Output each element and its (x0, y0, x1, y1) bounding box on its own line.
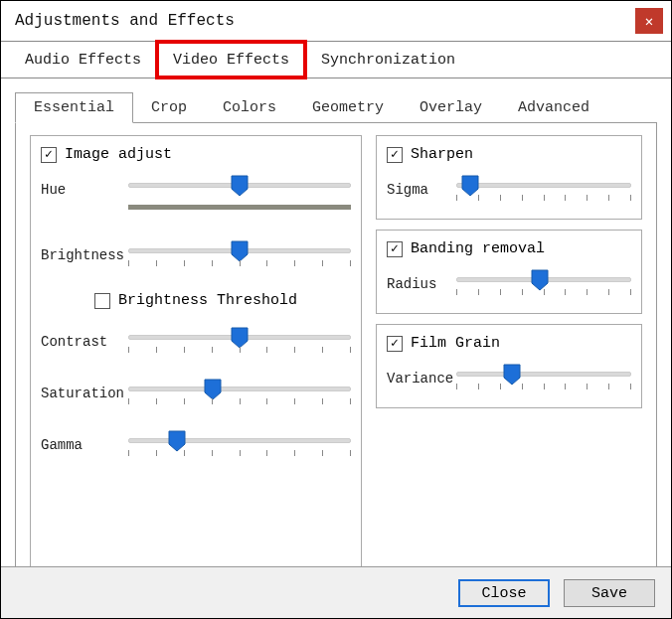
essential-panel: Image adjust Hue Brightness (15, 122, 657, 591)
sharpen-header: Sharpen (387, 146, 631, 163)
banding-group: Banding removal Radius (376, 230, 642, 314)
brightness-threshold-label: Brightness Threshold (118, 292, 297, 309)
sigma-row: Sigma (387, 175, 631, 201)
sub-tab-essential[interactable]: Essential (15, 92, 133, 123)
close-icon: ✕ (645, 13, 653, 30)
gamma-slider-thumb[interactable] (168, 430, 186, 452)
contrast-label: Contrast (41, 330, 128, 350)
contrast-slider[interactable] (128, 327, 351, 353)
gamma-label: Gamma (41, 433, 128, 453)
image-adjust-label: Image adjust (65, 146, 172, 163)
brightness-threshold-row: Brightness Threshold (41, 292, 351, 309)
close-button[interactable]: Close (458, 579, 550, 607)
sub-tab-overlay[interactable]: Overlay (402, 93, 500, 122)
sigma-slider-thumb[interactable] (461, 175, 479, 197)
hue-slider[interactable] (128, 175, 351, 201)
save-button[interactable]: Save (564, 579, 655, 607)
window-title: Adjustments and Effects (15, 12, 235, 30)
saturation-row: Saturation (41, 379, 351, 404)
banding-header: Banding removal (387, 240, 631, 257)
radius-row: Radius (387, 269, 631, 295)
brightness-slider[interactable] (128, 240, 351, 266)
hue-secondary-track (128, 205, 351, 210)
image-adjust-checkbox[interactable] (41, 147, 57, 163)
grain-header: Film Grain (387, 335, 631, 352)
main-tabbar: Audio Effects Video Effects Synchronizat… (1, 41, 671, 78)
saturation-slider[interactable] (128, 379, 351, 404)
titlebar: Adjustments and Effects ✕ (1, 1, 671, 41)
grain-group: Film Grain Variance (376, 324, 642, 408)
variance-label: Variance (387, 367, 456, 387)
gamma-row: Gamma (41, 430, 351, 456)
sigma-slider[interactable] (456, 175, 631, 201)
footer: Close Save (1, 566, 671, 618)
sharpen-group: Sharpen Sigma (376, 135, 642, 220)
gamma-slider[interactable] (128, 430, 351, 456)
brightness-threshold-checkbox[interactable] (94, 293, 110, 309)
sharpen-checkbox[interactable] (387, 147, 403, 163)
saturation-slider-thumb[interactable] (204, 379, 222, 400)
hue-slider-thumb[interactable] (231, 175, 249, 197)
sigma-label: Sigma (387, 178, 456, 198)
image-adjust-group: Image adjust Hue Brightness (30, 135, 362, 578)
variance-slider-thumb[interactable] (503, 364, 521, 386)
grain-label: Film Grain (411, 335, 500, 352)
hue-row: Hue (41, 175, 351, 201)
col-right: Sharpen Sigma Banding removal (376, 135, 642, 578)
contrast-row: Contrast (41, 327, 351, 353)
variance-row: Variance (387, 364, 631, 389)
sub-tab-crop[interactable]: Crop (133, 93, 205, 122)
tab-audio-effects[interactable]: Audio Effects (11, 42, 155, 77)
sub-tab-geometry[interactable]: Geometry (294, 93, 402, 122)
brightness-row: Brightness (41, 240, 351, 266)
body-area: Essential Crop Colors Geometry Overlay A… (1, 78, 671, 591)
col-left: Image adjust Hue Brightness (30, 135, 362, 578)
contrast-slider-thumb[interactable] (231, 327, 249, 349)
radius-slider[interactable] (456, 269, 631, 295)
sub-tab-colors[interactable]: Colors (205, 93, 294, 122)
sub-tab-advanced[interactable]: Advanced (500, 93, 607, 122)
sharpen-label: Sharpen (411, 146, 473, 163)
sub-tabbar: Essential Crop Colors Geometry Overlay A… (15, 90, 657, 122)
saturation-label: Saturation (41, 382, 128, 401)
banding-checkbox[interactable] (387, 241, 403, 257)
image-adjust-header: Image adjust (41, 146, 351, 163)
window-close-button[interactable]: ✕ (635, 8, 663, 34)
brightness-label: Brightness (41, 243, 128, 263)
tab-synchronization[interactable]: Synchronization (307, 42, 469, 77)
brightness-slider-thumb[interactable] (231, 240, 249, 262)
hue-label: Hue (41, 178, 128, 198)
grain-checkbox[interactable] (387, 336, 403, 352)
variance-slider[interactable] (456, 364, 631, 389)
radius-label: Radius (387, 272, 456, 292)
banding-label: Banding removal (411, 240, 545, 257)
radius-slider-thumb[interactable] (531, 269, 549, 291)
tab-video-effects[interactable]: Video Effects (155, 40, 307, 79)
